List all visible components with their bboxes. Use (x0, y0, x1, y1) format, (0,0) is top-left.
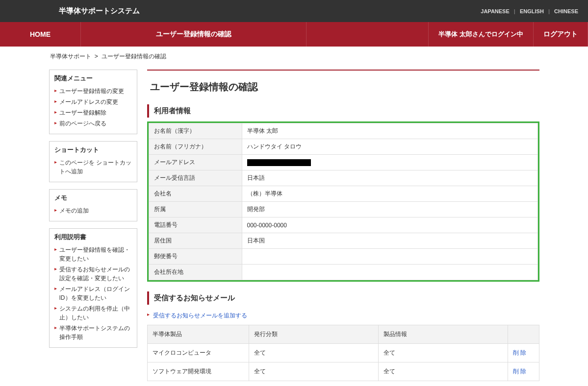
section-header-user-info: 利用者情報 (147, 104, 539, 118)
sidebar-item[interactable]: 受信するお知らせメールの設定を確認・変更したい (54, 264, 132, 284)
add-mail-link[interactable]: 受信するお知らせメールを追加する (153, 312, 247, 319)
value: 日本語 (242, 170, 537, 186)
user-info-highlight: お名前（漢字）半導体 太郎 お名前（フリガナ）ハンドウタイ タロウ メールアドレ… (147, 121, 539, 282)
sidebar: 関連メニュー ユーザー登録情報の変更 メールアドレスの変更 ユーザー登録解除 前… (49, 70, 137, 381)
lang-english[interactable]: ENGLISH (520, 8, 544, 14)
sidebar-list: ユーザー登録情報を確認・変更したい 受信するお知らせメールの設定を確認・変更した… (54, 244, 132, 342)
sidebar-link[interactable]: このページを ショートカットへ追加 (59, 159, 131, 175)
redacted-email (247, 159, 311, 166)
label: 郵便番号 (149, 249, 242, 265)
sidebar-link[interactable]: ユーザー登録解除 (59, 109, 106, 116)
col-action (508, 325, 539, 344)
label: 所属 (149, 202, 242, 217)
value: 開発部 (242, 202, 537, 217)
add-mail-link-row: 受信するお知らせメールを追加する (147, 309, 539, 325)
sidebar-link[interactable]: システムの利用を停止（中止）したい (59, 305, 130, 321)
label: 会社名 (149, 186, 242, 202)
delete-link[interactable]: 削除 (513, 368, 528, 375)
sidebar-box-shortcut: ショートカット このページを ショートカットへ追加 (49, 141, 137, 182)
sidebar-item[interactable]: ユーザー登録情報を確認・変更したい (54, 244, 132, 264)
cell-action: 削除 (508, 362, 539, 381)
col-info: 製品情報 (378, 325, 508, 344)
table-row: 会社所在地 (149, 265, 537, 280)
sidebar-link[interactable]: ユーザー登録情報を確認・変更したい (59, 246, 130, 262)
sidebar-item[interactable]: ユーザー登録情報の変更 (54, 86, 132, 96)
label: メール受信言語 (149, 170, 242, 186)
sidebar-item[interactable]: このページを ショートカットへ追加 (54, 157, 132, 177)
cell-category: 全て (249, 344, 379, 362)
main-divider (147, 70, 539, 71)
section-header-mail: 受信するお知らせメール (147, 291, 539, 305)
nav-login-status: 半導体 太郎さんでログイン中 (428, 22, 534, 47)
value: 半導体 太郎 (242, 123, 537, 139)
sidebar-item[interactable]: ユーザー登録解除 (54, 107, 132, 118)
mail-table: 半導体製品 発行分類 製品情報 マイクロコンピュータ 全て 全て 削除 ソフトウ… (147, 325, 539, 381)
sidebar-link[interactable]: 受信するお知らせメールの設定を確認・変更したい (59, 266, 130, 282)
top-bar: 半導体サポートシステム JAPANESE | ENGLISH | CHINESE (0, 0, 588, 22)
sidebar-link[interactable]: 半導体サポートシステムの操作手順 (59, 325, 130, 340)
sidebar-item[interactable]: メールアドレスの変更 (54, 96, 132, 107)
table-row: メール受信言語日本語 (149, 170, 537, 186)
cell-action: 削除 (508, 344, 539, 362)
sidebar-item[interactable]: 前のページへ戻る (54, 118, 132, 129)
table-row: ソフトウェア開発環境 全て 全て 削除 (147, 362, 539, 381)
lang-chinese[interactable]: CHINESE (554, 8, 578, 14)
sidebar-link[interactable]: メールアドレス（ログインID）を変更したい (59, 286, 130, 301)
page-title: ユーザー登録情報の確認 (147, 80, 539, 94)
table-row: 居住国日本国 (149, 233, 537, 249)
main-content: ユーザー登録情報の確認 利用者情報 お名前（漢字）半導体 太郎 お名前（フリガナ… (147, 70, 539, 381)
sidebar-box-title: 利用説明書 (54, 233, 132, 241)
table-row: マイクロコンピュータ 全て 全て 削除 (147, 344, 539, 362)
breadcrumb-current: ユーザー登録情報の確認 (102, 53, 166, 60)
sidebar-link[interactable]: 前のページへ戻る (59, 120, 106, 127)
sidebar-item[interactable]: メールアドレス（ログインID）を変更したい (54, 284, 132, 303)
sidebar-list: ユーザー登録情報の変更 メールアドレスの変更 ユーザー登録解除 前のページへ戻る (54, 86, 132, 129)
cell-product: ソフトウェア開発環境 (147, 362, 249, 381)
sidebar-link[interactable]: メールアドレスの変更 (59, 98, 118, 105)
table-row: お名前（漢字）半導体 太郎 (149, 123, 537, 139)
cell-info: 全て (378, 344, 508, 362)
table-header-row: 半導体製品 発行分類 製品情報 (147, 325, 539, 344)
value: ハンドウタイ タロウ (242, 139, 537, 155)
lang-japanese[interactable]: JAPANESE (481, 8, 509, 14)
value (242, 249, 537, 265)
sidebar-item[interactable]: システムの利用を停止（中止）したい (54, 303, 132, 323)
user-info-table: お名前（漢字）半導体 太郎 お名前（フリガナ）ハンドウタイ タロウ メールアドレ… (149, 123, 538, 280)
breadcrumb-sep: > (95, 53, 98, 60)
sidebar-link[interactable]: ユーザー登録情報の変更 (59, 88, 124, 95)
cell-info: 全て (378, 362, 508, 381)
value: 000-0000-0000 (242, 217, 537, 233)
label: 居住国 (149, 233, 242, 249)
value (242, 265, 537, 280)
sidebar-box-title: ショートカット (54, 145, 132, 154)
label: お名前（フリガナ） (149, 139, 242, 155)
sidebar-box-title: メモ (54, 193, 132, 202)
sidebar-item[interactable]: 半導体サポートシステムの操作手順 (54, 323, 132, 342)
sidebar-item[interactable]: メモの追加 (54, 205, 132, 216)
delete-link[interactable]: 削除 (513, 349, 528, 356)
col-category: 発行分類 (249, 325, 379, 344)
breadcrumb: 半導体サポート > ユーザー登録情報の確認 (49, 52, 539, 61)
sidebar-box-title: 関連メニュー (54, 74, 132, 83)
container: 半導体サポート > ユーザー登録情報の確認 関連メニュー ユーザー登録情報の変更… (49, 47, 539, 381)
cell-category: 全て (249, 362, 379, 381)
table-row: お名前（フリガナ）ハンドウタイ タロウ (149, 139, 537, 155)
separator: | (514, 8, 515, 14)
label: お名前（漢字） (149, 123, 242, 139)
breadcrumb-root[interactable]: 半導体サポート (50, 53, 91, 60)
sidebar-box-related: 関連メニュー ユーザー登録情報の変更 メールアドレスの変更 ユーザー登録解除 前… (49, 70, 137, 134)
nav-home[interactable]: HOME (0, 22, 81, 47)
table-row: 郵便番号 (149, 249, 537, 265)
value (242, 155, 537, 170)
sidebar-box-memo: メモ メモの追加 (49, 189, 137, 221)
language-switcher: JAPANESE | ENGLISH | CHINESE (481, 8, 578, 14)
table-row: 電話番号000-0000-0000 (149, 217, 537, 233)
sidebar-list: メモの追加 (54, 205, 132, 216)
nav-current-page[interactable]: ユーザー登録情報の確認 (81, 22, 307, 47)
label: メールアドレス (149, 155, 242, 170)
table-row: メールアドレス (149, 155, 537, 170)
cell-product: マイクロコンピュータ (147, 344, 249, 362)
value: 日本国 (242, 233, 537, 249)
sidebar-link[interactable]: メモの追加 (59, 207, 89, 214)
nav-logout[interactable]: ログアウト (534, 22, 588, 47)
